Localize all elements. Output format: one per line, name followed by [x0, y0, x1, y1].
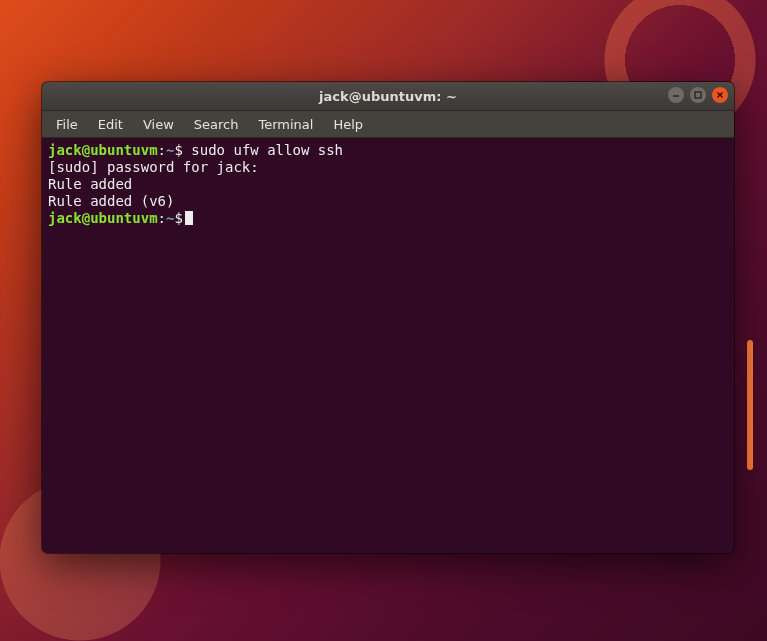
minimize-icon [671, 90, 681, 100]
prompt-line-1: jack@ubuntuvm:~$ [48, 142, 183, 158]
close-button[interactable] [712, 87, 728, 103]
minimize-button[interactable] [668, 87, 684, 103]
prompt-user: jack [48, 142, 82, 158]
output-line-rule-added: Rule added [48, 176, 132, 192]
menu-help[interactable]: Help [325, 115, 371, 134]
window-title: jack@ubuntuvm: ~ [319, 89, 457, 104]
prompt-user: jack [48, 210, 82, 226]
output-line-rule-added-v6: Rule added (v6) [48, 193, 174, 209]
desktop-background: jack@ubuntuvm: ~ File Edit View Search T… [0, 0, 767, 641]
menu-file[interactable]: File [48, 115, 86, 134]
prompt-colon: : [158, 210, 166, 226]
prompt-symbol: $ [174, 210, 182, 226]
prompt-symbol: $ [174, 142, 182, 158]
decorative-edge-bar [747, 340, 753, 470]
terminal-content-area[interactable]: jack@ubuntuvm:~$ sudo ufw allow ssh [sud… [42, 138, 734, 553]
output-line-sudo: [sudo] password for jack: [48, 159, 259, 175]
prompt-at: @ [82, 142, 90, 158]
prompt-line-2: jack@ubuntuvm:~$ [48, 210, 183, 226]
close-icon [715, 90, 725, 100]
menu-view[interactable]: View [135, 115, 182, 134]
window-titlebar[interactable]: jack@ubuntuvm: ~ [42, 82, 734, 111]
menu-bar: File Edit View Search Terminal Help [42, 111, 734, 138]
window-controls [668, 87, 728, 103]
command-text: sudo ufw allow ssh [183, 142, 343, 158]
svg-rect-1 [695, 92, 701, 98]
menu-search[interactable]: Search [186, 115, 247, 134]
text-cursor [185, 211, 193, 225]
menu-edit[interactable]: Edit [90, 115, 131, 134]
menu-terminal[interactable]: Terminal [250, 115, 321, 134]
maximize-button[interactable] [690, 87, 706, 103]
terminal-window: jack@ubuntuvm: ~ File Edit View Search T… [42, 82, 734, 553]
maximize-icon [693, 90, 703, 100]
prompt-host: ubuntuvm [90, 142, 157, 158]
prompt-at: @ [82, 210, 90, 226]
prompt-host: ubuntuvm [90, 210, 157, 226]
prompt-colon: : [158, 142, 166, 158]
